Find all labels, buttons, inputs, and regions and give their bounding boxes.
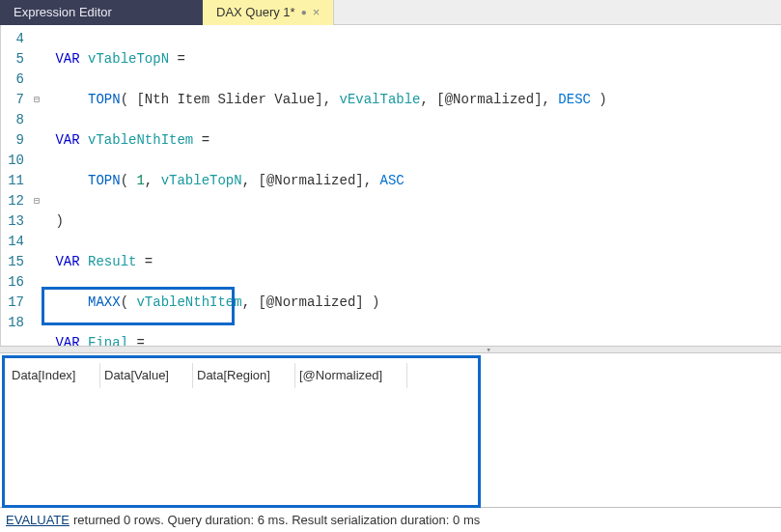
- line-number: 5: [3, 49, 24, 70]
- column-header[interactable]: Data[Region]: [193, 363, 295, 388]
- line-number: 18: [3, 313, 24, 333]
- line-number: 6: [3, 70, 24, 90]
- column-header[interactable]: [@Normalized]: [295, 363, 407, 388]
- function: TOPN: [88, 173, 121, 188]
- variable: vTableNthItem: [88, 132, 193, 148]
- line-number: 4: [3, 29, 24, 49]
- fold-icon[interactable]: ⊟: [30, 191, 43, 211]
- keyword: VAR: [55, 132, 79, 148]
- operator: =: [145, 254, 153, 269]
- line-number: 11: [3, 171, 24, 191]
- measure-ref: [Nth Item Slider Value]: [136, 92, 322, 107]
- line-number: 8: [3, 110, 24, 130]
- tab-bar: Expression Editor DAX Query 1* ● ×: [0, 0, 781, 25]
- measure-ref: [@Normalized]: [258, 294, 363, 310]
- function: MAXX: [88, 294, 121, 310]
- splitter[interactable]: ▾: [0, 346, 781, 353]
- line-number: 15: [3, 252, 24, 272]
- line-number: 9: [3, 130, 24, 151]
- number: 1: [136, 173, 144, 188]
- close-icon[interactable]: ×: [313, 4, 321, 21]
- operator: =: [202, 132, 209, 148]
- evaluate-link[interactable]: EVALUATE: [6, 513, 70, 527]
- keyword: ASC: [380, 173, 404, 188]
- tab-expression-editor[interactable]: Expression Editor: [0, 0, 203, 25]
- keyword: DESC: [558, 92, 591, 107]
- line-number: 16: [3, 272, 24, 293]
- keyword: VAR: [55, 254, 79, 269]
- variable: vTableTopN: [161, 173, 242, 188]
- keyword: VAR: [55, 335, 79, 346]
- code-area[interactable]: VAR vTableTopN = TOPN( [Nth Item Slider …: [43, 25, 781, 346]
- column-header[interactable]: Data[Value]: [100, 363, 193, 388]
- dirty-indicator: ●: [301, 4, 307, 21]
- keyword: VAR: [55, 51, 79, 67]
- status-bar: EVALUATE returned 0 rows. Query duration…: [0, 507, 781, 532]
- column-header[interactable]: Data[Index]: [8, 363, 100, 388]
- function: TOPN: [88, 92, 121, 107]
- status-text: returned 0 rows. Query duration: 6 ms. R…: [73, 513, 480, 527]
- variable: vTableNthItem: [136, 294, 241, 310]
- variable: vEvalTable: [339, 92, 420, 107]
- tab-label: DAX Query 1*: [216, 4, 295, 21]
- operator: =: [177, 51, 184, 67]
- operator: =: [136, 335, 144, 346]
- variable: Result: [88, 254, 136, 269]
- code-editor[interactable]: 4 5 6 7 8 9 10 11 12 13 14 15 16 17 18 ⊟…: [0, 25, 781, 346]
- line-number: 12: [3, 191, 24, 211]
- variable: vTableTopN: [88, 51, 169, 67]
- fold-gutter: ⊟ ⊟: [30, 25, 43, 346]
- tab-label: Expression Editor: [14, 4, 112, 21]
- variable: Final: [88, 335, 128, 346]
- line-number: 10: [3, 151, 24, 171]
- measure-ref: [@Normalized]: [258, 173, 363, 188]
- line-number: 13: [3, 211, 24, 232]
- line-number-gutter: 4 5 6 7 8 9 10 11 12 13 14 15 16 17 18: [1, 25, 30, 346]
- line-number: 14: [3, 232, 24, 252]
- measure-ref: [@Normalized]: [436, 92, 542, 107]
- line-number: 17: [3, 293, 24, 313]
- results-pane: Data[Index] Data[Value] Data[Region] [@N…: [0, 353, 781, 507]
- tab-dax-query[interactable]: DAX Query 1* ● ×: [203, 0, 334, 25]
- fold-icon[interactable]: ⊟: [30, 90, 43, 110]
- table-header-row: Data[Index] Data[Value] Data[Region] [@N…: [8, 363, 773, 388]
- results-table: Data[Index] Data[Value] Data[Region] [@N…: [8, 363, 773, 388]
- line-number: 7: [3, 90, 24, 110]
